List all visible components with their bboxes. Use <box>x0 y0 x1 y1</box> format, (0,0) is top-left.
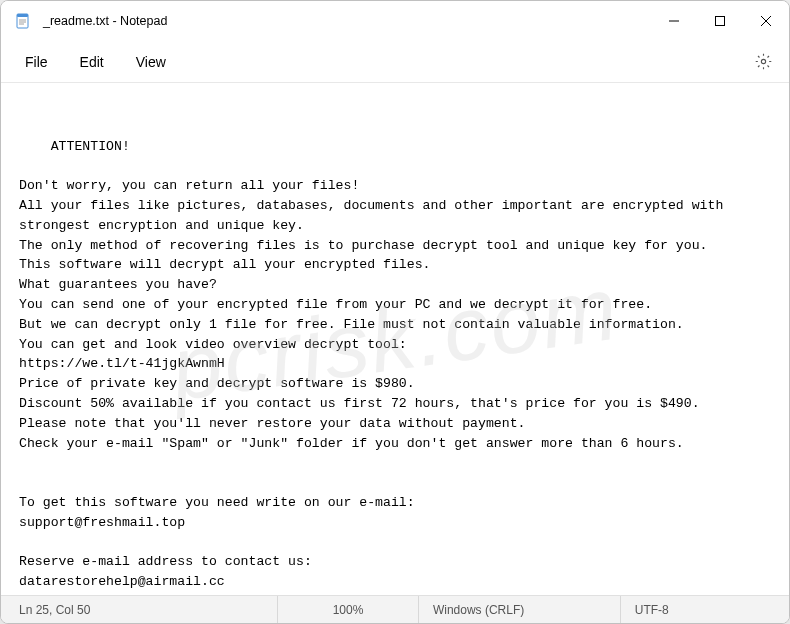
notepad-window: _readme.txt - Notepad File Edit View pcr… <box>0 0 790 624</box>
svg-point-9 <box>761 59 765 63</box>
svg-rect-6 <box>716 17 725 26</box>
titlebar: _readme.txt - Notepad <box>1 1 789 41</box>
notepad-icon <box>15 13 31 29</box>
menubar: File Edit View <box>1 41 789 83</box>
status-zoom[interactable]: 100% <box>278 596 419 623</box>
menu-view[interactable]: View <box>120 46 182 78</box>
svg-rect-1 <box>17 14 28 17</box>
window-controls <box>651 1 789 41</box>
menu-file[interactable]: File <box>9 46 64 78</box>
close-button[interactable] <box>743 1 789 41</box>
text-area[interactable]: pcrisk.com ATTENTION! Don't worry, you c… <box>1 83 789 595</box>
maximize-button[interactable] <box>697 1 743 41</box>
menu-edit[interactable]: Edit <box>64 46 120 78</box>
window-title: _readme.txt - Notepad <box>43 14 651 28</box>
settings-button[interactable] <box>745 44 781 80</box>
document-text: ATTENTION! Don't worry, you can return a… <box>19 139 731 595</box>
status-eol: Windows (CRLF) <box>419 596 621 623</box>
status-position: Ln 25, Col 50 <box>9 596 278 623</box>
statusbar: Ln 25, Col 50 100% Windows (CRLF) UTF-8 <box>1 595 789 623</box>
status-encoding: UTF-8 <box>621 596 781 623</box>
minimize-button[interactable] <box>651 1 697 41</box>
